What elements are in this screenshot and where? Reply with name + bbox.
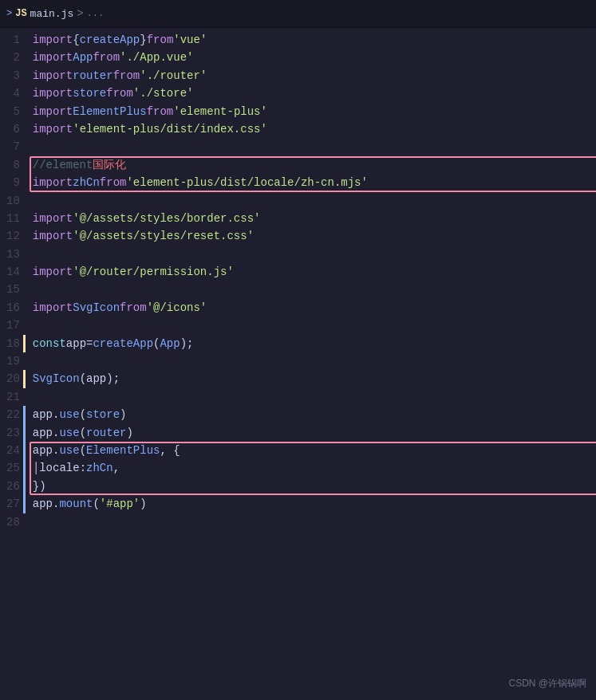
line-number: 23 [6, 424, 20, 442]
token-plain: ) [140, 495, 146, 513]
token-plain: app. [33, 424, 60, 442]
token-kw-from: from [113, 67, 140, 85]
token-identifier: SvgIcon [33, 370, 80, 387]
code-line: const app=createApp(App); [33, 335, 583, 352]
token-identifier: createApp [93, 335, 153, 352]
code-area: 1234567891011121314151617181920212223242… [0, 28, 596, 534]
token-kw-import: import [33, 49, 73, 66]
code-line: import ElementPlus from 'element-plus' [33, 103, 583, 120]
line-number: 9 [6, 174, 20, 191]
line-number: 17 [6, 317, 20, 334]
line-number: 25 [6, 459, 20, 477]
code-lines: import { createApp } from 'vue'import Ap… [33, 31, 596, 531]
code-line [33, 513, 583, 531]
token-kw-import: import [33, 227, 73, 245]
line-numbers: 1234567891011121314151617181920212223242… [0, 31, 33, 531]
line-number: 8 [6, 156, 20, 174]
token-plain: app. [33, 442, 60, 459]
line-number: 22 [6, 406, 20, 423]
token-str-single: '@/assets/styles/reset.css' [73, 227, 254, 245]
code-line [33, 317, 583, 334]
token-identifier: zhCn [73, 174, 100, 191]
token-identifier: router [86, 424, 126, 442]
token-plain: }) [33, 478, 46, 495]
token-comment: //element [33, 156, 93, 174]
token-kw-import: import [33, 210, 73, 227]
token-plain: app. [33, 495, 60, 513]
token-chinese: 国际化 [93, 156, 126, 174]
breadcrumb-chevron: > [6, 8, 12, 19]
token-plain: { [73, 31, 79, 49]
line-number: 7 [6, 138, 20, 155]
line-number: 15 [6, 281, 20, 298]
token-identifier: ElementPlus [86, 442, 160, 459]
line-number: 19 [6, 352, 20, 370]
code-line: │ locale: zhCn, [33, 459, 583, 477]
line-number: 16 [6, 299, 20, 317]
tab-bar: > JS main.js > ... [0, 0, 596, 28]
js-file-icon: JS [15, 8, 26, 19]
token-kw-import: import [33, 67, 73, 85]
token-identifier: store [86, 406, 120, 423]
token-str-single: '@/router/permission.js' [73, 263, 234, 281]
code-line: import router from './router' [33, 67, 583, 85]
token-plain: ); [180, 335, 194, 352]
code-line [33, 192, 583, 210]
token-identifier: ElementPlus [73, 103, 146, 120]
token-method: use [59, 424, 79, 442]
token-str-single: './router' [140, 67, 207, 85]
editor-window: > JS main.js > ... 123456789101112131415… [0, 0, 596, 534]
line-number: 10 [6, 192, 20, 210]
token-kw-from: from [100, 174, 127, 191]
token-plain: app. [33, 406, 60, 423]
gutter-indicator-blue [23, 495, 26, 513]
gutter-indicator-yellow [23, 370, 26, 387]
token-str-single: './store' [133, 85, 194, 102]
token-kw-import: import [33, 263, 73, 281]
token-str-single: 'element-plus' [173, 103, 267, 120]
token-kw-import: import [33, 85, 73, 102]
token-plain: ) [126, 424, 132, 442]
token-plain: │ [33, 459, 39, 477]
token-kw-import: import [33, 103, 73, 120]
gutter-indicator-blue [23, 459, 26, 477]
token-kw-from: from [147, 31, 174, 49]
token-str-single: 'element-plus/dist/locale/zh-cn.mjs' [126, 174, 367, 191]
token-kw-import: import [33, 120, 73, 138]
line-number: 18 [6, 335, 20, 352]
line-number: 27 [6, 495, 20, 513]
gutter-indicator-blue [23, 478, 26, 495]
gutter-indicator-blue [23, 406, 26, 423]
token-plain: } [140, 31, 146, 49]
code-line [33, 352, 583, 370]
token-kw-const: const [33, 335, 66, 352]
token-plain: ( [80, 442, 86, 459]
line-number: 24 [6, 442, 20, 459]
code-line: app.use(router) [33, 424, 583, 442]
code-line: import store from './store' [33, 85, 583, 102]
gutter-indicator-blue [23, 442, 26, 459]
code-line: //element国际化 [33, 156, 583, 174]
code-line [33, 138, 583, 155]
token-identifier: zhCn [86, 459, 113, 477]
breadcrumb-dots: ... [87, 8, 105, 19]
code-line: import { createApp } from 'vue' [33, 31, 583, 49]
token-identifier: router [73, 67, 112, 85]
token-kw-from: from [120, 299, 147, 317]
token-identifier: App [160, 335, 180, 352]
line-number: 11 [6, 210, 20, 227]
token-kw-import: import [33, 299, 73, 317]
code-editor: 1234567891011121314151617181920212223242… [0, 28, 596, 534]
token-plain: locale: [39, 459, 86, 477]
code-line: import '@/assets/styles/reset.css' [33, 227, 583, 245]
code-line: import 'element-plus/dist/index.css' [33, 120, 583, 138]
token-str-single: '@/assets/styles/border.css' [73, 210, 260, 227]
filename-label: main.js [30, 8, 74, 20]
token-plain: app [86, 370, 106, 387]
code-line: import '@/router/permission.js' [33, 263, 583, 281]
gutter-indicator-yellow [23, 335, 26, 352]
line-number: 2 [6, 49, 20, 66]
code-line: app.use(store) [33, 406, 583, 423]
token-plain: ( [93, 495, 99, 513]
code-line: app.use(ElementPlus, { [33, 442, 583, 459]
